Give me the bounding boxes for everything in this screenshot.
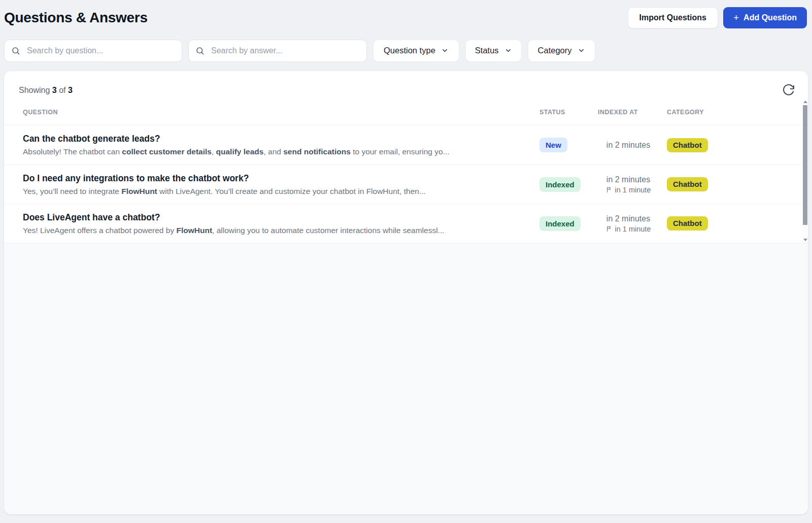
table-body: Can the chatbot generate leads? Absolute…	[4, 125, 808, 243]
category-cell: Chatbot	[663, 138, 808, 152]
scrollbar[interactable]	[803, 99, 807, 243]
search-icon	[195, 46, 205, 55]
category-badge: Chatbot	[667, 216, 708, 231]
status-dropdown[interactable]: Status	[465, 40, 522, 62]
showing-total-value: 3	[68, 86, 73, 94]
question-type-dropdown[interactable]: Question type	[373, 40, 459, 62]
question-answer: Yes, you’ll need to integrate FlowHunt w…	[23, 186, 525, 197]
category-badge: Chatbot	[667, 177, 708, 191]
reindex-time: in 1 minute	[615, 225, 651, 233]
question-answer: Yes! LiveAgent offers a chatbot powered …	[23, 225, 525, 236]
showing-count-value: 3	[52, 86, 57, 94]
category-cell: Chatbot	[663, 177, 808, 191]
column-header-status: STATUS	[535, 109, 594, 116]
status-cell: Indexed	[535, 216, 594, 231]
status-badge: Indexed	[539, 177, 581, 192]
scrollbar-up-arrow[interactable]	[803, 101, 807, 103]
card-empty-area	[4, 243, 808, 514]
topbar-actions: Import Questions + Add Question	[628, 7, 807, 28]
page-title: Questions & Answers	[4, 10, 148, 26]
status-cell: Indexed	[535, 177, 594, 192]
search-answer-wrap	[188, 40, 367, 62]
questions-answers-page: Questions & Answers Import Questions + A…	[0, 0, 812, 523]
import-questions-button[interactable]: Import Questions	[628, 7, 718, 28]
reindex-time: in 1 minute	[615, 186, 651, 194]
flag-icon	[606, 186, 613, 193]
status-badge: New	[539, 138, 567, 152]
search-answer-input[interactable]	[188, 40, 367, 62]
table-header-row: QUESTION STATUS INDEXED AT CATEGORY	[4, 99, 808, 125]
question-type-label: Question type	[384, 46, 435, 55]
question-answer: Absolutely! The chatbot can collect cust…	[23, 147, 525, 157]
results-card: Showing 3 of 3 QUESTION STATUS INDEXED A…	[4, 71, 808, 514]
chevron-down-icon	[441, 47, 449, 54]
question-cell: Can the chatbot generate leads? Absolute…	[23, 133, 535, 157]
question-cell: Do I need any integrations to make the c…	[23, 173, 535, 197]
add-question-button[interactable]: + Add Question	[723, 7, 807, 28]
table-row[interactable]: Do I need any integrations to make the c…	[4, 165, 808, 204]
status-cell: New	[535, 138, 594, 152]
question-title: Do I need any integrations to make the c…	[23, 173, 525, 184]
status-dropdown-label: Status	[475, 46, 499, 55]
category-dropdown-label: Category	[538, 46, 572, 55]
showing-prefix: Showing	[19, 86, 50, 94]
table-row[interactable]: Does LiveAgent have a chatbot? Yes! Live…	[4, 204, 808, 243]
table-row[interactable]: Can the chatbot generate leads? Absolute…	[4, 125, 808, 165]
indexed-at: in 2 minutes	[606, 175, 650, 184]
card-header: Showing 3 of 3	[4, 71, 808, 99]
indexed-at: in 2 minutes	[606, 214, 650, 223]
chevron-down-icon	[504, 47, 512, 54]
indexed-at: in 2 minutes	[606, 141, 650, 150]
scrollbar-down-arrow[interactable]	[803, 239, 807, 241]
plus-icon: +	[733, 13, 739, 22]
column-header-question: QUESTION	[23, 109, 535, 116]
search-question-input[interactable]	[4, 40, 182, 62]
category-badge: Chatbot	[667, 138, 708, 152]
showing-of: of	[59, 86, 65, 94]
search-question-wrap	[4, 40, 182, 62]
reindex-row: in 1 minute	[606, 225, 651, 233]
question-title: Does LiveAgent have a chatbot?	[23, 212, 525, 223]
showing-count: Showing 3 of 3	[19, 86, 73, 95]
refresh-icon	[782, 84, 795, 96]
question-title: Can the chatbot generate leads?	[23, 133, 525, 144]
category-dropdown[interactable]: Category	[528, 40, 595, 62]
add-question-label: Add Question	[743, 13, 797, 22]
scrollbar-thumb[interactable]	[803, 105, 807, 225]
chevron-down-icon	[578, 47, 585, 54]
status-badge: Indexed	[539, 216, 581, 231]
topbar: Questions & Answers Import Questions + A…	[0, 0, 812, 36]
search-icon	[11, 46, 20, 55]
filterbar: Question type Status Category	[4, 39, 808, 62]
column-header-indexed-at: INDEXED AT	[594, 109, 663, 116]
category-cell: Chatbot	[663, 216, 808, 231]
question-cell: Does LiveAgent have a chatbot? Yes! Live…	[23, 212, 535, 236]
column-header-category: CATEGORY	[663, 109, 808, 116]
indexed-at-cell: in 2 minutes	[594, 141, 663, 150]
reindex-row: in 1 minute	[606, 186, 651, 194]
indexed-at-cell: in 2 minutes in 1 minute	[594, 175, 663, 194]
refresh-button[interactable]	[781, 83, 796, 97]
indexed-at-cell: in 2 minutes in 1 minute	[594, 214, 663, 233]
flag-icon	[606, 225, 613, 232]
